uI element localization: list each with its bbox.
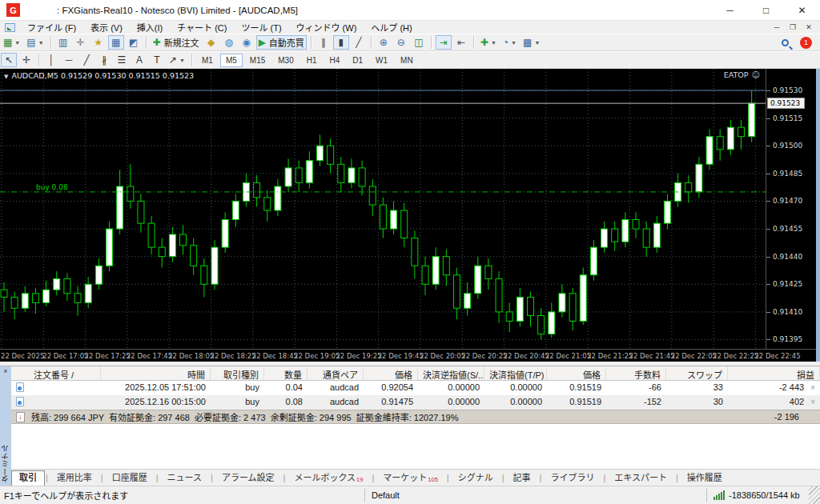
timeframe-w1[interactable]: W1 — [370, 54, 393, 67]
text-button[interactable]: A — [131, 53, 147, 67]
chart-area[interactable]: ▼AUDCAD,M5 0.91529 0.91530 0.91515 0.915… — [0, 69, 820, 362]
new-chart-button[interactable]: ▦▼ — [1, 35, 22, 50]
profiles-dropdown-icon[interactable]: ▼ — [38, 40, 44, 46]
tab-9[interactable]: ライブラリ — [542, 470, 602, 486]
tab-0[interactable]: 取引 — [11, 470, 45, 486]
column-header-10[interactable]: スワップ — [666, 366, 728, 380]
close-order-icon[interactable]: × — [810, 383, 815, 392]
column-header-2[interactable]: 取引種別 — [211, 366, 264, 380]
terminal-button[interactable]: ▦ — [108, 35, 124, 50]
arrows-button[interactable]: ↗▼ — [167, 53, 187, 67]
profiles-button[interactable]: ▤▼ — [24, 35, 46, 50]
column-header-6[interactable]: 決済逆指値(S/... — [418, 366, 484, 380]
chevron-down-icon[interactable]: ▼ — [4, 74, 8, 80]
crosshair-button[interactable]: ✛ — [18, 53, 34, 67]
chart-shift-button[interactable]: ⇤ — [453, 35, 469, 50]
menu-item-3[interactable]: チャート (C) — [170, 22, 234, 34]
tab-8[interactable]: 記事 — [505, 470, 539, 486]
connection-status[interactable]: -1838650/1544 kb — [706, 489, 809, 502]
timeframe-m15[interactable]: M15 — [244, 54, 271, 67]
autotrading-button[interactable]: ▶自動売買 — [256, 35, 307, 50]
trendline-button[interactable]: ╱ — [78, 53, 94, 67]
candlestick-plot[interactable] — [0, 69, 766, 349]
close-button[interactable]: ✕ — [784, 0, 820, 21]
tab-7[interactable]: シグナル — [450, 470, 501, 486]
tab-3[interactable]: ニュース — [159, 470, 210, 486]
market-watch-button[interactable]: ▥ — [55, 35, 71, 50]
column-header-5[interactable]: 価格 — [364, 366, 418, 380]
column-header-4[interactable]: 通貨ペア — [308, 366, 364, 380]
child-restore-button[interactable]: ❐ — [785, 22, 801, 33]
ea-status-icon[interactable]: ☺ — [752, 70, 760, 79]
column-header-1[interactable]: 時間 — [101, 366, 211, 380]
strategy-tester-button[interactable]: ◩ — [126, 35, 142, 50]
cursor-button[interactable]: ↖ — [1, 53, 17, 67]
timeframe-m30[interactable]: M30 — [272, 54, 299, 67]
order-row[interactable]: 2025.12.16 00:15:00buy0.08audcad0.914750… — [11, 395, 820, 410]
timeframe-m1[interactable]: M1 — [196, 54, 219, 67]
vertical-line-button[interactable]: │ — [43, 53, 59, 67]
tile-windows-button[interactable]: ◫ — [411, 35, 427, 50]
indicators-button[interactable]: ✚▼ — [478, 35, 499, 50]
metaeditor-button[interactable]: ◆ — [203, 35, 219, 50]
menu-item-4[interactable]: ツール (T) — [234, 22, 288, 34]
resize-grip[interactable] — [809, 486, 820, 504]
chart-bars-button[interactable]: ∥ — [316, 35, 332, 50]
column-header-0[interactable]: 注文番号 / — [29, 366, 101, 380]
maximize-button[interactable]: □ — [748, 0, 784, 21]
order-row[interactable]: 2025.12.05 17:51:00buy0.04audcad0.920540… — [11, 381, 820, 395]
timeframe-h1[interactable]: H1 — [301, 54, 323, 67]
zoom-out-button[interactable]: ⊖ — [393, 35, 409, 50]
tab-11[interactable]: 操作履歴 — [679, 470, 730, 486]
mql5-community-button[interactable]: ◍ — [221, 35, 237, 50]
tab-4[interactable]: アラーム設定 — [214, 470, 283, 486]
fibonacci-button[interactable]: ☰ — [114, 53, 130, 67]
auto-scroll-button[interactable]: ⇥ — [436, 35, 452, 50]
column-header-8[interactable]: 価格 — [547, 366, 606, 380]
timeframe-mn[interactable]: MN — [395, 54, 419, 67]
templates-dropdown-icon[interactable]: ▼ — [534, 40, 540, 46]
new-order-button[interactable]: ✚新規注文 — [151, 35, 202, 50]
close-order-icon[interactable]: × — [810, 398, 815, 406]
timeframe-m5[interactable]: M5 — [220, 54, 243, 67]
menu-item-5[interactable]: ウィンドウ (W) — [289, 22, 364, 34]
profile-selector[interactable]: Default — [364, 489, 440, 502]
column-header-3[interactable]: 数量 — [264, 366, 308, 380]
equidistant-channel-button[interactable]: ∦ — [96, 53, 112, 67]
column-header-7[interactable]: 決済指値(T/P) — [484, 366, 547, 380]
navigator-button[interactable]: ★ — [90, 35, 107, 50]
indicators-dropdown-icon[interactable]: ▼ — [491, 40, 496, 46]
minimize-button[interactable]: ─ — [712, 0, 748, 21]
time-axis[interactable]: 22 Dec 202522 Dec 17:0522 Dec 17:2522 De… — [0, 349, 816, 362]
periods-button[interactable]: ◔▼ — [500, 35, 519, 50]
tab-6[interactable]: マーケット105 — [375, 470, 446, 486]
horizontal-line-button[interactable]: ─ — [61, 53, 77, 67]
orders-table-header[interactable]: 注文番号 /時間取引種別数量通貨ペア価格決済逆指値(S/...決済指値(T/P)… — [11, 366, 820, 381]
menu-item-0[interactable]: ファイル (F) — [20, 22, 83, 34]
search-icon[interactable] — [782, 39, 789, 46]
chart-candles-button[interactable]: ▮ — [333, 35, 349, 50]
new-chart-dropdown-icon[interactable]: ▼ — [14, 40, 20, 46]
data-window-button[interactable]: ✛ — [73, 35, 89, 50]
column-header-9[interactable]: 手数料 — [606, 366, 666, 380]
tab-10[interactable]: エキスパート — [606, 470, 675, 486]
text-label-button[interactable]: T — [149, 53, 165, 67]
web-signals-button[interactable]: ◉ — [239, 35, 255, 50]
child-minimize-button[interactable]: ─ — [769, 22, 785, 33]
arrows-dropdown-icon[interactable]: ▼ — [179, 58, 185, 63]
tab-5[interactable]: メールボックス19 — [286, 470, 371, 486]
timeframe-d1[interactable]: D1 — [347, 54, 368, 67]
tab-2[interactable]: 口座履歴 — [104, 470, 155, 486]
chart-line-button[interactable]: ╱ — [351, 35, 367, 50]
child-close-button[interactable]: ✕ — [801, 22, 817, 33]
price-scale[interactable]: 0.91523 0.915300.915150.915000.914850.91… — [766, 69, 816, 349]
zoom-in-button[interactable]: ⊕ — [376, 35, 392, 50]
column-header-11[interactable]: 損益 — [728, 366, 820, 380]
menu-item-1[interactable]: 表示 (V) — [83, 22, 130, 34]
menu-item-2[interactable]: 挿入(I) — [130, 22, 170, 34]
timeframe-h4[interactable]: H4 — [324, 54, 346, 67]
periods-dropdown-icon[interactable]: ▼ — [511, 40, 517, 46]
menu-item-6[interactable]: ヘルプ (H) — [364, 22, 419, 34]
terminal-close-icon[interactable]: × — [3, 367, 7, 375]
templates-button[interactable]: ▩▼ — [521, 35, 542, 50]
